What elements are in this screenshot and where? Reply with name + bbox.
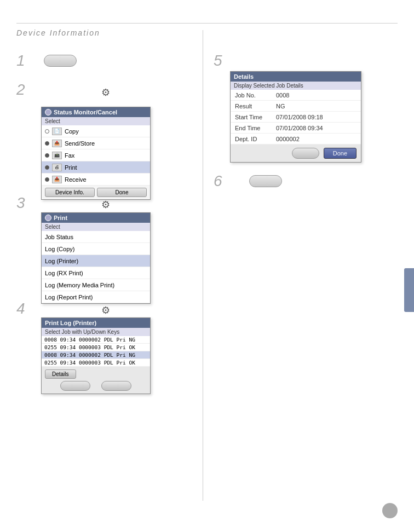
log-next-button[interactable] (101, 381, 131, 391)
status-monitor-title: Status Monitor/Cancel (54, 109, 117, 115)
print-panel-icon (45, 215, 51, 221)
print-panel-title: Print (54, 215, 67, 221)
fax-label: Fax (65, 152, 74, 159)
print-log-subheader: Select Job with Up/Down Keys (42, 328, 150, 336)
print-log-memory-row[interactable]: Log (Memory Media Print) (42, 279, 150, 291)
log-row-3[interactable]: 0008 09:34 0000002 PDL Pri NG (42, 351, 150, 359)
status-monitor-select-label: Select (42, 117, 150, 125)
status-sendstore-row[interactable]: 📤 Send/Store (42, 137, 150, 149)
details-cancel-button[interactable] (292, 148, 319, 159)
print-log-title: Print Log (Printer) (45, 320, 96, 326)
print-log-copy-row[interactable]: Log (Copy) (42, 243, 150, 255)
details-panel-subheader: Display Selected Job Details (231, 82, 361, 90)
status-monitor-header: Status Monitor/Cancel (42, 107, 150, 117)
step-3-number: 3 (16, 194, 25, 212)
status-done-button[interactable]: Done (97, 188, 147, 197)
detail-result-value: NG (276, 103, 285, 109)
page-title: Device Information (16, 28, 100, 37)
print-log-rx-row[interactable]: Log (RX Print) (42, 267, 150, 279)
detail-jobno-row: Job No. 0008 (231, 90, 361, 101)
copy-label: Copy (65, 128, 79, 135)
log-rx-label: Log (RX Print) (45, 270, 83, 276)
detail-result-label: Result (235, 103, 276, 109)
sendstore-label: Send/Store (65, 140, 95, 147)
fax-radio (45, 153, 49, 158)
log-memory-label: Log (Memory Media Print) (45, 282, 114, 288)
status-monitor-panel: Status Monitor/Cancel Select 📄 Copy 📤 Se… (41, 107, 151, 200)
vertical-divider (203, 30, 203, 501)
log-row-1[interactable]: 0008 09:34 0000002 PDL Pri NG (42, 336, 150, 344)
step-6-button[interactable] (249, 175, 282, 189)
job-status-label: Job Status (45, 234, 73, 240)
receive-icon: 📥 (52, 176, 62, 183)
bottom-circle (382, 503, 398, 518)
sendstore-radio (45, 141, 49, 146)
print-radio (45, 165, 49, 170)
detail-result-row: Result NG (231, 101, 361, 112)
receive-radio (45, 177, 49, 182)
log-footer-buttons (45, 381, 147, 391)
status-monitor-icon (45, 109, 51, 115)
print-panel-header: Print (42, 213, 150, 223)
detail-deptid-label: Dept. ID (235, 136, 276, 142)
log-row-2[interactable]: 0255 09:34 0000003 PDL Pri OK (42, 344, 150, 351)
print-icon: 🖨 (52, 164, 62, 171)
step-1-button[interactable] (44, 55, 77, 68)
status-print-row[interactable]: 🖨 Print (42, 161, 150, 174)
details-button[interactable]: Details (45, 369, 76, 379)
status-receive-row[interactable]: 📥 Receive (42, 174, 150, 186)
details-panel-header: Details (231, 72, 361, 82)
details-panel: Details Display Selected Job Details Job… (230, 71, 361, 163)
detail-starttime-row: Start Time 07/01/2008 09:18 (231, 112, 361, 123)
step-4-gear-icon: ⚙ (101, 304, 110, 316)
step-4-number: 4 (16, 300, 25, 317)
print-log-report-row[interactable]: Log (Report Print) (42, 291, 150, 303)
step-6-number: 6 (214, 172, 222, 190)
detail-deptid-value: 0000002 (276, 136, 300, 142)
log-prev-button[interactable] (60, 381, 90, 391)
detail-jobno-label: Job No. (235, 92, 276, 99)
print-label: Print (65, 164, 77, 171)
right-sidebar-tab[interactable] (404, 268, 414, 312)
detail-deptid-row: Dept. ID 0000002 (231, 134, 361, 144)
print-log-panel: Print Log (Printer) Select Job with Up/D… (41, 317, 151, 394)
print-log-printer-row[interactable]: Log (Printer) (42, 255, 150, 267)
step-2-gear-icon: ⚙ (101, 86, 110, 99)
detail-jobno-value: 0008 (276, 92, 289, 99)
print-log-footer: Details (42, 367, 150, 394)
step-2-number: 2 (16, 81, 25, 99)
detail-endtime-row: End Time 07/01/2008 09:34 (231, 123, 361, 134)
print-panel: Print Select Job Status Log (Copy) Log (… (41, 212, 151, 304)
copy-icon: 📄 (52, 128, 62, 135)
status-copy-row[interactable]: 📄 Copy (42, 125, 150, 137)
log-report-label: Log (Report Print) (45, 294, 93, 300)
status-monitor-footer: Device Info. Done (42, 186, 150, 199)
log-row-4[interactable]: 0255 09:34 0000003 PDL Pri OK (42, 359, 150, 367)
log-printer-label: Log (Printer) (45, 258, 78, 264)
print-job-status-row[interactable]: Job Status (42, 231, 150, 243)
device-info-button[interactable]: Device Info. (45, 188, 95, 197)
receive-label: Receive (65, 176, 87, 183)
print-log-header: Print Log (Printer) (42, 318, 150, 328)
step-3-gear-icon: ⚙ (101, 199, 110, 211)
detail-endtime-value: 07/01/2008 09:34 (276, 125, 323, 131)
step-1-number: 1 (16, 52, 25, 70)
top-divider (16, 23, 398, 24)
print-select-label: Select (42, 223, 150, 231)
details-done-button[interactable]: Done (324, 148, 357, 159)
detail-starttime-label: Start Time (235, 114, 276, 120)
detail-starttime-value: 07/01/2008 09:18 (276, 114, 323, 120)
sendstore-icon: 📤 (52, 140, 62, 147)
copy-radio (45, 129, 49, 134)
details-footer: Done (231, 144, 361, 162)
fax-icon: 📠 (52, 152, 62, 159)
detail-endtime-label: End Time (235, 125, 276, 131)
status-fax-row[interactable]: 📠 Fax (42, 149, 150, 161)
log-copy-label: Log (Copy) (45, 246, 74, 252)
step-5-number: 5 (214, 52, 222, 70)
